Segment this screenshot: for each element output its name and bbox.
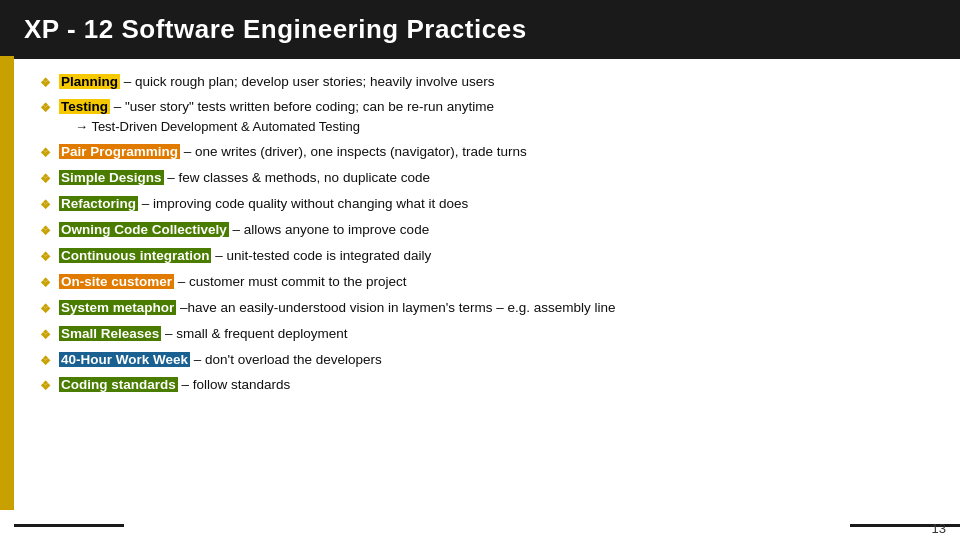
bullet-text-on-site-customer: On-site customer – customer must commit … [59,273,932,292]
bullet-item-continuous-integration: ❖Continuous integration – unit-tested co… [40,244,932,270]
bullet-highlight-planning: Planning [59,74,120,89]
bullet-diamond-owning-code: ❖ [40,223,51,240]
bullet-diamond-coding-standards: ❖ [40,378,51,395]
bullet-text-continuous-integration: Continuous integration – unit-tested cod… [59,247,932,266]
page-number: 13 [932,521,946,536]
bullet-text-coding-standards: Coding standards – follow standards [59,376,932,395]
bullet-item-simple-designs: ❖Simple Designs – few classes & methods,… [40,166,932,192]
bullet-rest-owning-code: – allows anyone to improve code [229,222,429,237]
bullet-rest-simple-designs: – few classes & methods, no duplicate co… [164,170,430,185]
bullet-highlight-testing: Testing [59,99,110,114]
bullet-item-system-metaphor: ❖System metaphor –have an easily-underst… [40,295,932,321]
bullet-diamond-small-releases: ❖ [40,327,51,344]
bullet-diamond-on-site-customer: ❖ [40,275,51,292]
sub-bullet-testing: → Test-Driven Development & Automated Te… [59,118,932,136]
bullet-diamond-40-hour: ❖ [40,353,51,370]
bullet-item-small-releases: ❖Small Releases – small & frequent deplo… [40,321,932,347]
bullet-item-coding-standards: ❖Coding standards – follow standards [40,373,932,399]
slide-footer [0,510,960,540]
bullet-item-owning-code: ❖Owning Code Collectively – allows anyon… [40,218,932,244]
bullet-diamond-refactoring: ❖ [40,197,51,214]
bullet-diamond-testing: ❖ [40,100,51,117]
bullet-rest-coding-standards: – follow standards [178,377,291,392]
bullet-diamond-pair-programming: ❖ [40,145,51,162]
left-accent-bar [0,56,14,510]
bullet-rest-small-releases: – small & frequent deployment [161,326,347,341]
bullet-text-pair-programming: Pair Programming – one writes (driver), … [59,143,932,162]
slide: XP - 12 Software Engineering Practices ❖… [0,0,960,540]
slide-header: XP - 12 Software Engineering Practices [0,0,960,59]
bullet-item-testing: ❖Testing – "user story" tests written be… [40,95,932,140]
bullet-highlight-small-releases: Small Releases [59,326,161,341]
bullet-highlight-owning-code: Owning Code Collectively [59,222,229,237]
bullet-rest-continuous-integration: – unit-tested code is integrated daily [211,248,431,263]
bullet-highlight-pair-programming: Pair Programming [59,144,180,159]
bullet-text-small-releases: Small Releases – small & frequent deploy… [59,325,932,344]
bullet-highlight-coding-standards: Coding standards [59,377,178,392]
bullet-highlight-40-hour: 40-Hour Work Week [59,352,190,367]
bullet-text-refactoring: Refactoring – improving code quality wit… [59,195,932,214]
slide-content: ❖Planning – quick rough plan; develop us… [0,59,960,540]
bullet-item-refactoring: ❖Refactoring – improving code quality wi… [40,192,932,218]
bullet-text-simple-designs: Simple Designs – few classes & methods, … [59,169,932,188]
bullet-item-planning: ❖Planning – quick rough plan; develop us… [40,69,932,95]
bullet-highlight-refactoring: Refactoring [59,196,138,211]
sub-text-testing: → Test-Driven Development & Automated Te… [75,118,360,136]
bullet-rest-on-site-customer: – customer must commit to the project [174,274,407,289]
bullet-diamond-continuous-integration: ❖ [40,249,51,266]
bullet-text-system-metaphor: System metaphor –have an easily-understo… [59,299,932,318]
bullet-rest-40-hour: – don't overload the developers [190,352,382,367]
bullet-text-owning-code: Owning Code Collectively – allows anyone… [59,221,932,240]
footer-line-left [14,524,124,527]
bullet-text-testing: Testing – "user story" tests written bef… [59,98,932,136]
slide-title: XP - 12 Software Engineering Practices [24,14,527,44]
bullet-highlight-system-metaphor: System metaphor [59,300,176,315]
bullet-text-40-hour: 40-Hour Work Week – don't overload the d… [59,351,932,370]
bullet-highlight-simple-designs: Simple Designs [59,170,164,185]
bullet-rest-pair-programming: – one writes (driver), one inspects (nav… [180,144,527,159]
bullet-item-pair-programming: ❖Pair Programming – one writes (driver),… [40,140,932,166]
bullet-text-planning: Planning – quick rough plan; develop use… [59,73,932,92]
bullet-diamond-simple-designs: ❖ [40,171,51,188]
bullet-rest-refactoring: – improving code quality without changin… [138,196,468,211]
bullet-highlight-continuous-integration: Continuous integration [59,248,211,263]
bullet-rest-system-metaphor: –have an easily-understood vision in lay… [176,300,615,315]
bullet-rest-planning: – quick rough plan; develop user stories… [120,74,494,89]
bullet-item-on-site-customer: ❖On-site customer – customer must commit… [40,269,932,295]
bullet-highlight-on-site-customer: On-site customer [59,274,174,289]
bullet-diamond-system-metaphor: ❖ [40,301,51,318]
bullet-item-40-hour: ❖40-Hour Work Week – don't overload the … [40,347,932,373]
bullet-rest-testing: – "user story" tests written before codi… [110,99,494,114]
bullet-diamond-planning: ❖ [40,75,51,92]
